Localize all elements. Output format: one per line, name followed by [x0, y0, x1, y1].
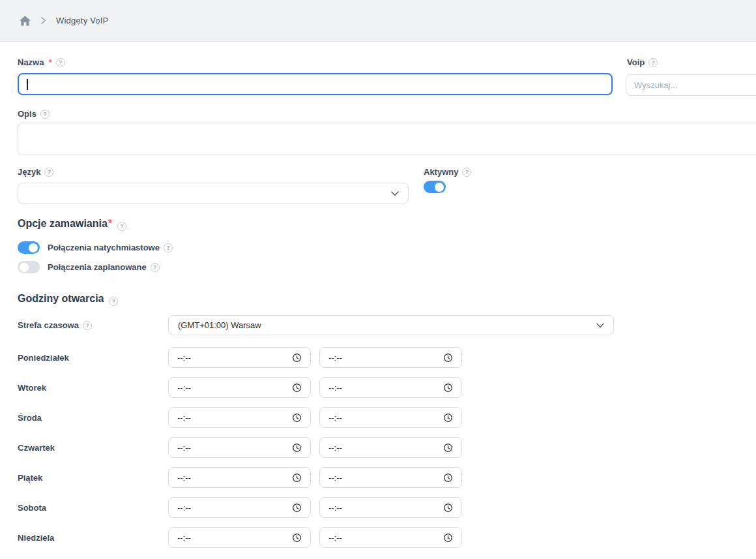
toggle-knob [29, 243, 38, 252]
day-row-niedziela: Niedziela --:-- --:-- [0, 527, 756, 548]
breadcrumb-page-title[interactable]: Widgety VoIP [56, 16, 108, 25]
clock-icon [443, 413, 453, 423]
help-icon [40, 110, 50, 119]
breadcrumb-chevron-icon [41, 17, 46, 24]
nazwa-input[interactable] [18, 73, 613, 95]
day-label: Czwartek [18, 437, 55, 458]
clock-icon [443, 443, 453, 453]
time-input-to[interactable]: --:-- [319, 407, 462, 428]
strefa-czasowa-value: (GMT+01:00) Warsaw [178, 320, 261, 330]
time-input-to[interactable]: --:-- [319, 437, 462, 458]
required-asterisk: * [48, 57, 51, 67]
day-row-czwartek: Czwartek --:-- --:-- [0, 437, 756, 458]
day-row-sobota: Sobota --:-- --:-- [0, 497, 756, 518]
clock-icon [292, 473, 302, 483]
time-input-from[interactable]: --:-- [168, 407, 311, 428]
godziny-otwarcia-heading: Godziny otwarcia [18, 293, 118, 306]
clock-icon [443, 353, 453, 363]
clock-icon [292, 413, 302, 423]
opis-textarea[interactable] [18, 123, 756, 155]
nazwa-label: Nazwa* [18, 57, 65, 67]
chevron-down-icon [596, 323, 604, 328]
polaczenia-zaplanowane-toggle[interactable] [18, 261, 40, 273]
help-icon [151, 263, 160, 272]
clock-icon [292, 353, 302, 363]
aktywny-label: Aktywny [424, 167, 471, 177]
clock-icon [292, 533, 302, 543]
time-input-from[interactable]: --:-- [168, 497, 311, 518]
clock-icon [443, 533, 453, 543]
help-icon [56, 58, 65, 67]
help-icon [648, 58, 658, 67]
toggle-knob [435, 183, 444, 192]
polaczenia-natychmiastowe-toggle[interactable] [18, 241, 40, 254]
help-icon [83, 321, 92, 330]
home-icon[interactable] [20, 16, 31, 26]
clock-icon [292, 503, 302, 513]
time-input-from[interactable]: --:-- [168, 467, 311, 488]
aktywny-toggle[interactable] [424, 181, 446, 193]
day-label: Środa [18, 407, 42, 428]
day-row-poniedzialek: Poniedziałek --:-- --:-- [0, 347, 756, 368]
day-label: Sobota [18, 497, 46, 518]
clock-icon [443, 473, 453, 483]
help-icon [462, 168, 471, 177]
time-input-to[interactable]: --:-- [319, 467, 462, 488]
clock-icon [292, 383, 302, 393]
day-label: Wtorek [18, 377, 46, 398]
time-input-from[interactable]: --:-- [168, 527, 311, 548]
time-input-from[interactable]: --:-- [168, 437, 311, 458]
breadcrumb-bar: Widgety VoIP [0, 0, 756, 42]
voip-search-input[interactable] [626, 74, 756, 96]
text-caret [27, 79, 28, 90]
time-input-to[interactable]: --:-- [319, 527, 462, 548]
strefa-czasowa-label: Strefa czasowa [18, 320, 92, 330]
clock-icon [443, 383, 453, 393]
day-row-piatek: Piątek --:-- --:-- [0, 467, 756, 488]
polaczenia-zaplanowane-row: Połączenia zaplanowane [18, 261, 160, 273]
day-row-sroda: Środa --:-- --:-- [0, 407, 756, 428]
polaczenia-natychmiastowe-row: Połączenia natychmiastowe [18, 241, 173, 254]
required-asterisk: * [108, 218, 112, 229]
opis-label: Opis [18, 109, 50, 119]
day-row-wtorek: Wtorek --:-- --:-- [0, 377, 756, 398]
day-label: Piątek [18, 467, 42, 488]
opcje-zamawiania-heading: Opcje zamawiania* [18, 218, 126, 231]
clock-icon [443, 503, 453, 513]
chevron-down-icon [391, 191, 399, 196]
time-input-to[interactable]: --:-- [319, 347, 462, 368]
day-label: Niedziela [18, 527, 54, 548]
jezyk-label: Język [18, 167, 53, 177]
time-input-from[interactable]: --:-- [168, 347, 311, 368]
time-input-to[interactable]: --:-- [319, 497, 462, 518]
help-icon [164, 243, 173, 252]
help-icon [117, 222, 126, 231]
strefa-czasowa-select[interactable]: (GMT+01:00) Warsaw [168, 315, 614, 335]
help-icon [109, 297, 118, 306]
help-icon [44, 168, 53, 177]
clock-icon [292, 443, 302, 453]
jezyk-select[interactable] [18, 183, 409, 204]
voip-label: Voip [627, 57, 658, 67]
time-input-to[interactable]: --:-- [319, 377, 462, 398]
time-input-from[interactable]: --:-- [168, 377, 311, 398]
day-label: Poniedziałek [18, 347, 69, 368]
toggle-knob [20, 263, 29, 272]
